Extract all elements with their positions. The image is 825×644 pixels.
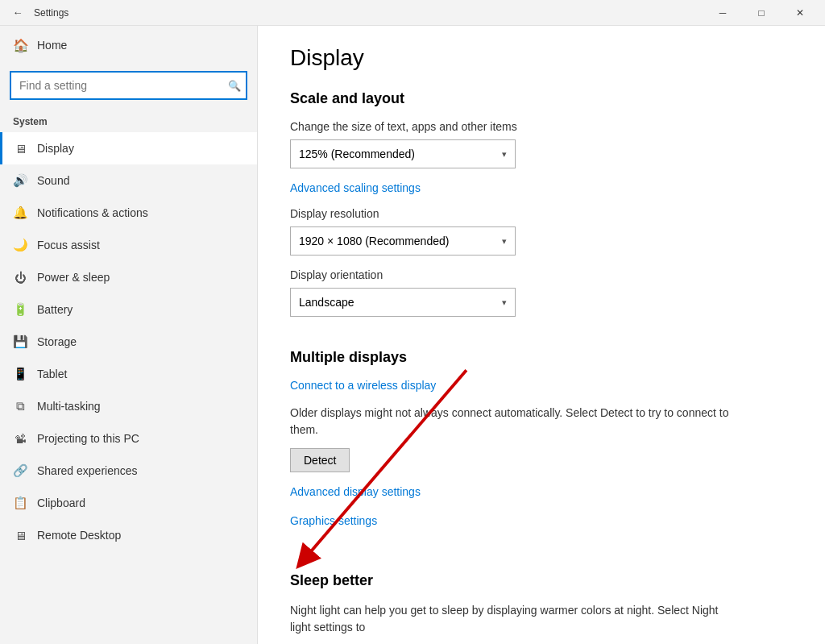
multiple-displays-title: Multiple displays	[290, 349, 793, 366]
back-button[interactable]: ←	[6, 2, 29, 24]
sleep-text: Night light can help you get to sleep by…	[290, 602, 733, 636]
connect-wireless-link[interactable]: Connect to a wireless display	[290, 379, 436, 392]
sound-icon: 🔊	[13, 173, 27, 188]
sidebar-item-battery-label: Battery	[37, 303, 73, 316]
sidebar: 🏠 Home 🔍 System 🖥 Display 🔊 Sound 🔔 Noti…	[0, 26, 258, 644]
minimize-button[interactable]: ─	[704, 0, 741, 26]
sidebar-item-power[interactable]: ⏻ Power & sleep	[0, 261, 257, 293]
sidebar-item-focus[interactable]: 🌙 Focus assist	[0, 229, 257, 261]
resolution-dropdown[interactable]: 1920 × 1080 (Recommended) ▾	[290, 226, 516, 256]
home-icon: 🏠	[13, 38, 29, 53]
restore-button[interactable]: □	[743, 0, 780, 26]
sidebar-item-shared-label: Shared experiences	[37, 464, 138, 477]
home-label: Home	[37, 39, 67, 52]
sidebar-item-shared[interactable]: 🔗 Shared experiences	[0, 455, 257, 487]
sidebar-item-notifications[interactable]: 🔔 Notifications & actions	[0, 197, 257, 229]
advanced-scaling-link[interactable]: Advanced scaling settings	[290, 181, 421, 194]
window-controls: ─ □ ✕	[704, 0, 819, 26]
sidebar-item-remotedesktop[interactable]: 🖥 Remote Desktop	[0, 519, 257, 551]
search-icon: 🔍	[228, 80, 241, 92]
orientation-chevron-icon: ▾	[502, 297, 507, 308]
orientation-value: Landscape	[299, 296, 354, 309]
back-icon: ←	[13, 6, 23, 19]
search-input[interactable]	[10, 71, 247, 100]
detect-button[interactable]: Detect	[290, 448, 350, 472]
scale-section-title: Scale and layout	[290, 90, 793, 107]
sidebar-item-clipboard-label: Clipboard	[37, 497, 85, 509]
multitasking-icon: ⧉	[13, 399, 27, 413]
search-box: 🔍	[10, 71, 247, 100]
orientation-dropdown-wrapper: Landscape ▾	[290, 288, 793, 317]
sidebar-item-tablet-label: Tablet	[37, 368, 67, 380]
main-content: Display Scale and layout Change the size…	[258, 26, 825, 644]
sidebar-item-sound[interactable]: 🔊 Sound	[0, 164, 257, 197]
scale-value: 125% (Recommended)	[299, 147, 415, 160]
sidebar-item-battery[interactable]: 🔋 Battery	[0, 293, 257, 326]
sidebar-item-multitasking[interactable]: ⧉ Multi-tasking	[0, 390, 257, 422]
sidebar-item-focus-label: Focus assist	[37, 239, 100, 251]
clipboard-icon: 📋	[13, 496, 27, 510]
page-title: Display	[290, 45, 793, 71]
sidebar-section-label: System	[0, 110, 257, 132]
app-body: 🏠 Home 🔍 System 🖥 Display 🔊 Sound 🔔 Noti…	[0, 26, 825, 644]
close-button[interactable]: ✕	[781, 0, 819, 26]
orientation-label: Display orientation	[290, 268, 793, 281]
titlebar: ← Settings ─ □ ✕	[0, 0, 825, 26]
storage-icon: 💾	[13, 334, 27, 349]
orientation-dropdown[interactable]: Landscape ▾	[290, 288, 516, 317]
sidebar-item-multitasking-label: Multi-tasking	[37, 400, 101, 413]
home-button[interactable]: 🏠 Home	[0, 26, 257, 64]
scale-label: Change the size of text, apps and other …	[290, 120, 793, 133]
sidebar-item-storage-label: Storage	[37, 335, 77, 348]
minimize-icon: ─	[719, 7, 727, 19]
scale-dropdown[interactable]: 125% (Recommended) ▾	[290, 139, 516, 168]
sleep-section-title: Sleep better	[290, 572, 793, 589]
focus-icon: 🌙	[13, 238, 27, 252]
sidebar-item-projecting[interactable]: 📽 Projecting to this PC	[0, 422, 257, 455]
tablet-icon: 📱	[13, 367, 27, 381]
sidebar-item-clipboard[interactable]: 📋 Clipboard	[0, 487, 257, 519]
close-icon: ✕	[796, 7, 804, 19]
projecting-icon: 📽	[13, 432, 27, 446]
sidebar-item-notifications-label: Notifications & actions	[37, 206, 148, 219]
sidebar-item-storage[interactable]: 💾 Storage	[0, 326, 257, 358]
scale-dropdown-wrapper: 125% (Recommended) ▾	[290, 139, 793, 168]
display-icon: 🖥	[13, 142, 27, 156]
battery-icon: 🔋	[13, 302, 27, 317]
resolution-value: 1920 × 1080 (Recommended)	[299, 235, 449, 247]
scale-chevron-icon: ▾	[502, 149, 507, 160]
sidebar-item-display-label: Display	[37, 142, 74, 155]
older-displays-text: Older displays might not always connect …	[290, 405, 733, 438]
titlebar-title: Settings	[34, 7, 704, 19]
power-icon: ⏻	[13, 271, 27, 285]
remotedesktop-icon: 🖥	[13, 529, 27, 542]
sidebar-item-remotedesktop-label: Remote Desktop	[37, 529, 121, 542]
resolution-dropdown-wrapper: 1920 × 1080 (Recommended) ▾	[290, 226, 793, 256]
graphics-settings-link[interactable]: Graphics settings	[290, 514, 377, 527]
sidebar-item-display[interactable]: 🖥 Display	[0, 132, 257, 164]
restore-icon: □	[758, 7, 764, 19]
notifications-icon: 🔔	[13, 206, 27, 220]
resolution-label: Display resolution	[290, 207, 793, 220]
sidebar-item-tablet[interactable]: 📱 Tablet	[0, 358, 257, 390]
shared-icon: 🔗	[13, 463, 27, 478]
advanced-display-link[interactable]: Advanced display settings	[290, 485, 421, 498]
sidebar-item-projecting-label: Projecting to this PC	[37, 432, 139, 445]
sidebar-item-sound-label: Sound	[37, 174, 69, 187]
resolution-chevron-icon: ▾	[502, 236, 507, 247]
sidebar-item-power-label: Power & sleep	[37, 271, 110, 284]
